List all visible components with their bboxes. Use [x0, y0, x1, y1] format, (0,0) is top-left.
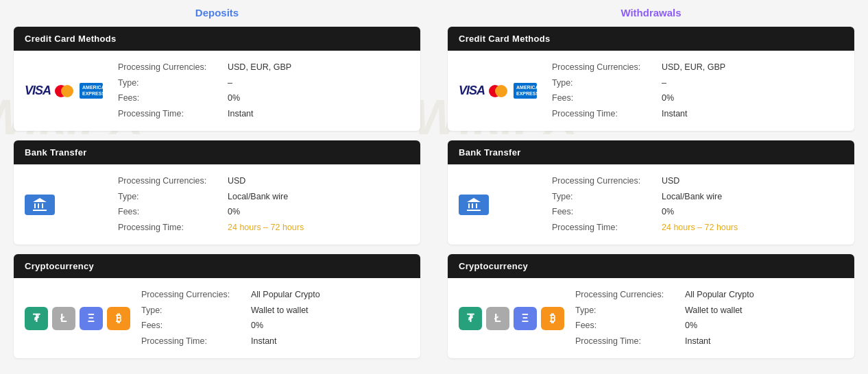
field-value: USD, EUR, GBP	[228, 62, 291, 74]
field-label: Processing Currencies:	[118, 62, 228, 74]
tether-icon-w: ₮	[459, 307, 482, 330]
field-label: Processing Time:	[118, 108, 228, 121]
field-label: Processing Currencies:	[118, 175, 228, 188]
info-row: Fees: 0%	[141, 320, 409, 332]
field-value: Wallet to wallet	[685, 305, 743, 317]
info-row: Fees: 0%	[118, 206, 409, 219]
info-row: Fees: 0%	[552, 92, 843, 105]
info-row: Processing Currencies: All Popular Crypt…	[141, 289, 409, 301]
info-row: Processing Time: Instant	[118, 108, 409, 121]
field-value: 0%	[685, 320, 697, 332]
field-value-highlight: 24 hours – 72 hours	[228, 222, 304, 234]
deposits-bank-transfer-info: Processing Currencies: USD Type: Local/B…	[118, 175, 409, 234]
field-label: Processing Currencies:	[552, 62, 662, 74]
mastercard-logo-w	[489, 84, 509, 98]
field-value: Instant	[685, 336, 711, 348]
deposits-credit-card-body: VISA AMERICANEXPRESS Processing Currenci…	[14, 51, 420, 131]
credit-card-logos: VISA AMERICANEXPRESS	[25, 83, 107, 99]
bank-transfer-logo-w	[459, 195, 541, 215]
field-value: 0%	[662, 206, 674, 219]
field-value: –	[662, 77, 666, 90]
withdrawals-bank-transfer-section: Bank Transfer Processing Currencies: USD	[448, 140, 854, 245]
info-row: Type: Local/Bank wire	[118, 191, 409, 203]
field-value: Local/Bank wire	[228, 191, 288, 203]
withdrawals-credit-card-info: Processing Currencies: USD, EUR, GBP Typ…	[552, 62, 843, 120]
field-value: 0%	[228, 92, 240, 105]
info-row: Fees: 0%	[552, 206, 843, 219]
visa-logo: VISA	[25, 84, 51, 98]
tether-icon: ₮	[25, 307, 48, 330]
bitcoin-icon: ₿	[107, 307, 130, 330]
deposits-bank-transfer-title: Bank Transfer	[14, 140, 420, 164]
info-row: Processing Currencies: USD, EUR, GBP	[118, 62, 409, 74]
field-label: Type:	[552, 191, 662, 203]
field-value: All Popular Crypto	[251, 289, 320, 301]
field-value: Instant	[228, 108, 254, 121]
bank-transfer-icon	[25, 195, 55, 215]
field-label: Processing Currencies:	[552, 175, 662, 188]
field-label: Type:	[118, 191, 228, 203]
withdrawals-crypto-info: Processing Currencies: All Popular Crypt…	[575, 289, 843, 347]
info-row: Type: Wallet to wallet	[575, 305, 843, 317]
field-value: All Popular Crypto	[685, 289, 754, 301]
field-value: 0%	[662, 92, 674, 105]
deposits-bank-transfer-section: Bank Transfer Processing Currencies: USD	[14, 140, 420, 245]
field-label: Processing Time:	[141, 336, 251, 348]
info-row: Processing Currencies: USD, EUR, GBP	[552, 62, 843, 74]
info-row: Fees: 0%	[118, 92, 409, 105]
withdrawals-bank-transfer-title: Bank Transfer	[448, 140, 854, 164]
bank-transfer-icon-w	[459, 195, 489, 215]
field-value: 0%	[251, 320, 263, 332]
crypto-logos-w: ₮ Ł Ξ ₿	[459, 307, 564, 330]
field-value: Instant	[662, 108, 688, 121]
field-label: Type:	[141, 305, 251, 317]
field-label: Fees:	[118, 206, 228, 219]
withdrawals-crypto-title: Cryptocurrency	[448, 254, 854, 278]
field-label: Fees:	[552, 92, 662, 105]
litecoin-icon: Ł	[52, 307, 75, 330]
field-label: Fees:	[552, 206, 662, 219]
field-value: Wallet to wallet	[251, 305, 309, 317]
field-value-highlight-w: 24 hours – 72 hours	[662, 222, 738, 234]
field-label: Processing Currencies:	[141, 289, 251, 301]
info-row: Processing Time: Instant	[552, 108, 843, 121]
deposits-credit-card-info: Processing Currencies: USD, EUR, GBP Typ…	[118, 62, 409, 120]
withdrawals-bank-transfer-info: Processing Currencies: USD Type: Local/B…	[552, 175, 843, 234]
info-row: Processing Time: 24 hours – 72 hours	[118, 222, 409, 234]
field-label: Processing Time:	[552, 222, 662, 234]
deposits-crypto-section: Cryptocurrency ₮ Ł Ξ ₿ Processing Curren…	[14, 254, 420, 358]
info-row: Type: Wallet to wallet	[141, 305, 409, 317]
withdrawals-credit-card-title: Credit Card Methods	[448, 27, 854, 51]
field-label: Fees:	[141, 320, 251, 332]
field-value: USD, EUR, GBP	[662, 62, 725, 74]
credit-card-logos-w: VISA AMERICANEXPRESS	[459, 83, 541, 99]
mastercard-logo	[55, 84, 75, 98]
deposits-credit-card-section: Credit Card Methods VISA AMERICANEXPRESS…	[14, 27, 420, 131]
withdrawals-crypto-body: ₮ Ł Ξ ₿ Processing Currencies: All Popul…	[448, 278, 854, 358]
ethereum-icon-w: Ξ	[514, 307, 537, 330]
amex-logo-w: AMERICANEXPRESS	[514, 83, 537, 99]
info-row: Processing Time: Instant	[141, 336, 409, 348]
ethereum-icon: Ξ	[80, 307, 103, 330]
crypto-logos: ₮ Ł Ξ ₿	[25, 307, 130, 330]
field-label: Fees:	[575, 320, 685, 332]
field-value: 0%	[228, 206, 240, 219]
field-value: Instant	[251, 336, 277, 348]
info-row: Type: Local/Bank wire	[552, 191, 843, 203]
info-row: Processing Time: Instant	[575, 336, 843, 348]
field-label: Processing Time:	[575, 336, 685, 348]
info-row: Processing Currencies: USD	[552, 175, 843, 188]
bank-transfer-logo	[25, 195, 107, 215]
field-label: Type:	[575, 305, 685, 317]
field-label: Processing Time:	[118, 222, 228, 234]
field-label: Processing Currencies:	[575, 289, 685, 301]
withdrawals-header: Withdrawals	[448, 7, 854, 18]
withdrawals-bank-transfer-body: Processing Currencies: USD Type: Local/B…	[448, 164, 854, 245]
deposits-crypto-body: ₮ Ł Ξ ₿ Processing Currencies: All Popul…	[14, 278, 420, 358]
page-wrapper: WikiFX Deposits Credit Card Methods VISA…	[0, 0, 868, 374]
field-label: Type:	[552, 77, 662, 90]
deposits-bank-transfer-body: Processing Currencies: USD Type: Local/B…	[14, 164, 420, 245]
field-label: Processing Time:	[552, 108, 662, 121]
info-row: Processing Currencies: USD	[118, 175, 409, 188]
withdrawals-crypto-section: Cryptocurrency ₮ Ł Ξ ₿ Processing Curren…	[448, 254, 854, 358]
